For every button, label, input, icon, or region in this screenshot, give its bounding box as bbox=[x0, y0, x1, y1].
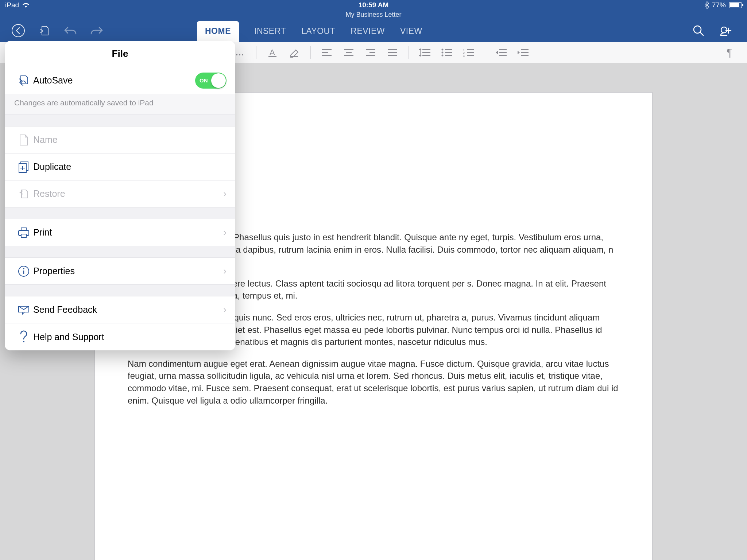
chevron-right-icon: › bbox=[223, 227, 227, 238]
chevron-right-icon: › bbox=[223, 304, 227, 315]
properties-label: Properties bbox=[33, 266, 75, 276]
svg-rect-8 bbox=[290, 56, 298, 57]
number-list-icon[interactable]: 123 bbox=[462, 46, 475, 59]
properties-row[interactable]: Properties › bbox=[5, 258, 235, 285]
chevron-right-icon: › bbox=[223, 188, 227, 199]
svg-text:3: 3 bbox=[463, 54, 465, 57]
duplicate-row[interactable]: Duplicate bbox=[5, 153, 235, 180]
svg-point-9 bbox=[442, 48, 444, 50]
body-paragraph: Nam condimentum augue eget erat. Aenean … bbox=[128, 358, 619, 407]
battery-icon bbox=[729, 2, 742, 8]
file-button[interactable] bbox=[38, 24, 51, 37]
search-button[interactable] bbox=[692, 24, 705, 37]
info-icon bbox=[14, 265, 33, 277]
carrier-label: iPad bbox=[5, 1, 19, 9]
status-time: 10:59 AM bbox=[359, 1, 389, 9]
svg-rect-7 bbox=[268, 56, 276, 57]
share-button[interactable] bbox=[719, 24, 732, 37]
line-spacing-icon[interactable] bbox=[418, 46, 431, 59]
feedback-row[interactable]: Send Feedback › bbox=[5, 296, 235, 323]
chevron-right-icon: › bbox=[223, 265, 227, 277]
svg-text:A: A bbox=[270, 48, 275, 57]
autosave-caption: Changes are automatically saved to iPad bbox=[5, 94, 235, 115]
decrease-indent-icon[interactable] bbox=[495, 46, 508, 59]
name-label: Name bbox=[33, 135, 58, 145]
redo-button[interactable] bbox=[90, 25, 104, 36]
feedback-icon bbox=[14, 304, 33, 315]
back-button[interactable] bbox=[11, 23, 26, 38]
undo-button[interactable] bbox=[63, 25, 77, 36]
align-right-icon[interactable] bbox=[364, 46, 377, 59]
tab-view[interactable]: VIEW bbox=[400, 23, 422, 42]
highlight-icon[interactable] bbox=[288, 46, 301, 59]
autosave-row: AutoSave ON bbox=[5, 67, 235, 94]
svg-point-11 bbox=[442, 54, 444, 56]
autosave-toggle[interactable]: ON bbox=[195, 73, 227, 89]
svg-point-1 bbox=[694, 26, 701, 33]
svg-point-5 bbox=[242, 54, 243, 55]
svg-point-21 bbox=[23, 268, 24, 269]
help-label: Help and Support bbox=[33, 332, 104, 342]
battery-pct: 77% bbox=[712, 1, 726, 9]
svg-point-22 bbox=[23, 341, 24, 342]
file-popover: File AutoSave ON Changes are automatical… bbox=[5, 41, 235, 350]
bullet-list-icon[interactable] bbox=[440, 46, 453, 59]
duplicate-label: Duplicate bbox=[33, 162, 71, 172]
restore-icon bbox=[14, 188, 33, 200]
feedback-label: Send Feedback bbox=[33, 304, 97, 315]
print-icon bbox=[14, 227, 33, 238]
bluetooth-icon bbox=[705, 1, 709, 9]
align-justify-icon[interactable] bbox=[386, 46, 399, 59]
name-row: Name bbox=[5, 127, 235, 153]
wifi-icon bbox=[22, 2, 30, 8]
paragraph-marks-icon[interactable]: ¶ bbox=[727, 46, 732, 59]
duplicate-icon bbox=[14, 161, 33, 173]
svg-point-4 bbox=[239, 54, 240, 55]
help-icon bbox=[14, 330, 33, 343]
more-formatting-icon[interactable] bbox=[233, 46, 247, 59]
tab-review[interactable]: REVIEW bbox=[351, 23, 385, 42]
svg-rect-19 bbox=[21, 234, 26, 237]
popover-title: File bbox=[5, 41, 235, 67]
svg-point-2 bbox=[721, 27, 727, 33]
tab-layout[interactable]: LAYOUT bbox=[301, 23, 335, 42]
ribbon-tabs: HOME INSERT LAYOUT REVIEW VIEW bbox=[197, 19, 422, 42]
autosave-label: AutoSave bbox=[33, 75, 73, 86]
autosave-icon bbox=[14, 74, 33, 87]
increase-indent-icon[interactable] bbox=[516, 46, 530, 59]
tab-insert[interactable]: INSERT bbox=[254, 23, 286, 42]
restore-label: Restore bbox=[33, 188, 65, 199]
print-label: Print bbox=[33, 227, 52, 238]
help-row[interactable]: Help and Support bbox=[5, 323, 235, 350]
menu-bar: HOME INSERT LAYOUT REVIEW VIEW bbox=[0, 19, 747, 42]
tab-home[interactable]: HOME bbox=[197, 21, 239, 42]
align-left-icon[interactable] bbox=[320, 46, 333, 59]
font-color-icon[interactable]: A bbox=[266, 46, 279, 59]
svg-point-10 bbox=[442, 51, 444, 53]
document-title: My Business Letter bbox=[0, 10, 747, 19]
restore-row: Restore › bbox=[5, 180, 235, 207]
svg-point-3 bbox=[236, 54, 237, 55]
print-row[interactable]: Print › bbox=[5, 219, 235, 246]
svg-point-0 bbox=[12, 24, 24, 37]
ios-status-bar: iPad 10:59 AM 77% bbox=[0, 0, 747, 10]
document-icon bbox=[14, 134, 33, 146]
align-center-icon[interactable] bbox=[342, 46, 355, 59]
